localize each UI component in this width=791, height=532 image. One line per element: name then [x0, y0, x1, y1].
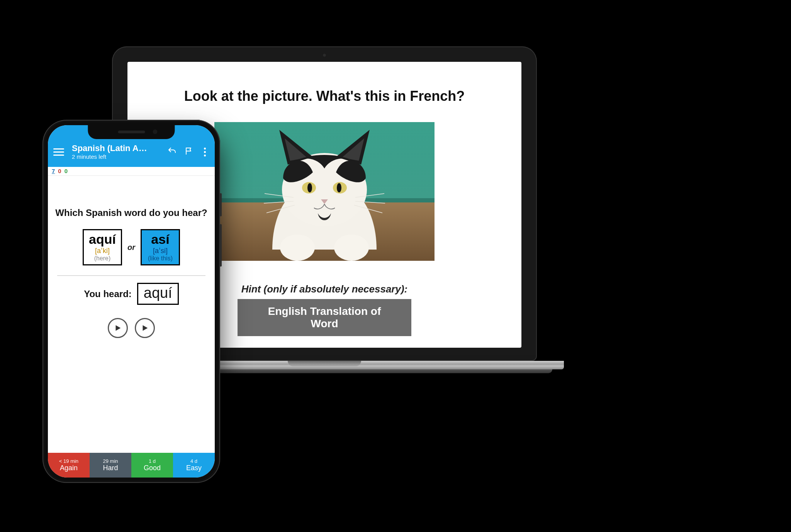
option-gloss: (here) [88, 255, 116, 262]
svg-point-6 [337, 183, 341, 192]
laptop-prompt: Look at the picture. What's this in Fren… [184, 88, 465, 104]
phone-device: Spanish (Latin A… 2 minutes left 7 0 0 W… [42, 120, 220, 483]
phone-notch [88, 125, 175, 139]
answer-time: < 19 min [48, 458, 90, 464]
undo-icon[interactable] [166, 146, 178, 157]
heard-value: aquí [137, 283, 179, 305]
option-gloss: (like this) [146, 255, 174, 262]
hint-label: Hint (only if absolutely necessary): [241, 283, 408, 295]
count-learn: 0 [58, 168, 61, 174]
divider [57, 275, 205, 276]
counts-bar: 7 0 0 [48, 167, 215, 176]
svg-point-5 [307, 183, 312, 192]
phone-side-button [220, 224, 222, 267]
heard-label: You heard: [84, 289, 132, 299]
answer-time: 29 min [90, 458, 131, 464]
answer-label: Good [131, 464, 173, 472]
phone-screen: Spanish (Latin A… 2 minutes left 7 0 0 W… [48, 125, 215, 478]
hint-button[interactable]: English Translation of Word [238, 299, 411, 336]
phone-side-button [220, 193, 222, 216]
card-prompt: Which Spanish word do you hear? [54, 207, 209, 218]
laptop-camera-icon [323, 53, 326, 57]
svg-point-1 [334, 235, 369, 261]
answer-time: 1 d [131, 458, 173, 464]
heard-row: You heard: aquí [54, 283, 209, 305]
flashcard-image [214, 122, 435, 261]
option-word: así [146, 232, 174, 247]
option-2[interactable]: así [aˈsi] (like this) [141, 229, 180, 265]
time-left: 2 minutes left [72, 153, 147, 160]
answer-label: Easy [173, 464, 215, 472]
count-review: 0 [65, 168, 68, 174]
answer-label: Hard [90, 464, 131, 472]
answer-label: Again [48, 464, 90, 472]
answer-time: 4 d [173, 458, 215, 464]
answer-hard[interactable]: 29 min Hard [90, 453, 131, 478]
option-1[interactable]: aquí [aˈki] (here) [83, 229, 122, 265]
answer-again[interactable]: < 19 min Again [48, 453, 90, 478]
flag-icon[interactable] [183, 146, 195, 157]
option-word: aquí [88, 232, 116, 247]
count-new: 7 [52, 168, 55, 174]
audio-controls [54, 318, 209, 338]
answer-good[interactable]: 1 d Good [131, 453, 173, 478]
option-ipa: [aˈsi] [146, 247, 174, 255]
menu-icon[interactable] [53, 148, 64, 156]
answer-easy[interactable]: 4 d Easy [173, 453, 215, 478]
options-row: aquí [aˈki] (here) or así [aˈsi] (like t… [54, 229, 209, 273]
options-separator: or [127, 243, 135, 252]
play-slow-button[interactable] [135, 318, 155, 338]
answer-bar: < 19 min Again 29 min Hard 1 d Good 4 d … [48, 453, 215, 478]
card-body: Which Spanish word do you hear? aquí [aˈ… [48, 176, 215, 453]
more-icon[interactable] [200, 148, 209, 156]
deck-title: Spanish (Latin A… [72, 143, 147, 153]
option-ipa: [aˈki] [88, 247, 116, 255]
play-button[interactable] [108, 318, 128, 338]
svg-point-0 [280, 235, 315, 261]
